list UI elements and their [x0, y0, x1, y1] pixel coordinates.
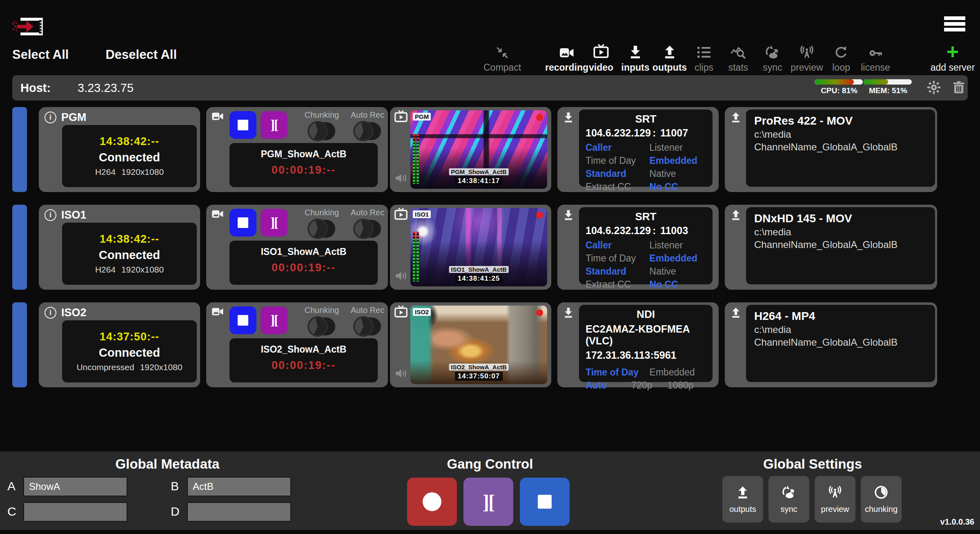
channel-row-iso2: i ISO2 14:37:50:-- Connected Uncompresse… [12, 302, 968, 387]
input-config[interactable]: SRT 104.6.232.129:11007 Caller Listener … [579, 109, 713, 187]
host-bar: Host: 3.23.23.75 CPU: 81% MEM: 51% [12, 75, 968, 101]
autorec-label: Auto Rec [351, 306, 384, 315]
stop-button[interactable] [229, 111, 256, 139]
toolbar-license-button[interactable]: license [858, 40, 893, 73]
input-ip: 104.6.232.129 [586, 225, 648, 237]
input-option: Caller [586, 240, 649, 251]
toolbar-loop-button[interactable]: loop [824, 40, 858, 73]
cloud-sync-icon [781, 485, 797, 501]
cpu-label: CPU: 81% [815, 86, 864, 95]
input-option: Standard [586, 168, 649, 179]
pause-button[interactable]: ][ [261, 306, 287, 334]
input-ip: 104.6.232.129 [586, 127, 648, 139]
autorec-toggle[interactable] [354, 317, 381, 335]
input-type: SRT [586, 210, 706, 223]
status-codec: H264 [95, 167, 116, 177]
input-option: Time of Day [586, 367, 649, 378]
input-panel: SRT 104.6.232.129:11007 Caller Listener … [557, 107, 719, 192]
output-config[interactable]: DNxHD 145 - MOV c:\media ChannelName_Glo… [746, 207, 935, 284]
chunking-toggle[interactable] [308, 317, 335, 335]
status-codec: H264 [95, 265, 116, 275]
pause-button[interactable]: ][ [261, 209, 287, 237]
record-filename: ISO1_ShowA_ActB [261, 246, 347, 257]
settings-sync-button[interactable]: sync [768, 476, 809, 523]
toolbar-inputs-button[interactable]: inputs [618, 40, 653, 73]
channel-select-bar[interactable] [12, 302, 27, 387]
deselect-all-button[interactable]: Deselect All [105, 47, 177, 62]
settings-outputs-button[interactable]: outputs [722, 476, 763, 523]
status-resolution: 1920x1080 [121, 167, 164, 177]
preview-channel-label: PGM [413, 113, 431, 121]
toolbar-sync-button[interactable]: sync [755, 40, 790, 73]
input-panel: NDI EC2AMAZ-KBOFMEA (VLC) 172.31.36.113:… [557, 302, 719, 387]
input-option: Embedded [649, 155, 706, 166]
download-icon [562, 208, 575, 223]
toolbar-outputs-button[interactable]: outputs [653, 40, 687, 73]
info-icon[interactable]: i [45, 209, 56, 221]
video-preview[interactable]: ISO1 ISO1_ShowA_ActB 14:38:41:25 [410, 208, 547, 286]
output-config[interactable]: H264 - MP4 c:\media ChannelName_GlobalA_… [746, 305, 935, 382]
input-type: SRT [586, 113, 706, 125]
toolbar-recording-button[interactable]: recording [550, 40, 584, 73]
info-icon[interactable]: i [45, 112, 56, 123]
toolbar-video-button[interactable]: video [584, 40, 618, 73]
chunking-toggle[interactable] [308, 122, 335, 140]
input-config[interactable]: SRT 104.6.232.129:11003 Caller Listener … [579, 207, 713, 284]
gang-control-title: Gang Control [351, 456, 629, 472]
autorec-toggle[interactable] [354, 220, 381, 238]
gang-pause-button[interactable]: ][ [463, 478, 513, 526]
toolbar-compact-button[interactable]: Compact [485, 40, 519, 73]
channel-info-panel: i ISO2 14:37:50:-- Connected Uncompresse… [39, 302, 200, 387]
app-logo [12, 15, 50, 40]
channel-select-bar[interactable] [12, 107, 27, 192]
speaker-icon[interactable] [393, 172, 409, 186]
output-format: DNxHD 145 - MOV [754, 212, 927, 225]
record-filename: PGM_ShowA_ActB [261, 149, 347, 160]
server-settings-button[interactable] [926, 80, 942, 97]
toolbar-stats-button[interactable]: stats [721, 40, 755, 73]
knob-icon [353, 121, 374, 141]
speaker-icon[interactable] [393, 367, 409, 382]
pause-button[interactable]: ][ [261, 111, 287, 139]
record-filename: ISO2_ShowA_ActB [261, 344, 347, 355]
gang-record-button[interactable] [407, 478, 457, 526]
autorec-toggle[interactable] [354, 122, 381, 140]
upload-icon [730, 306, 742, 321]
settings-chunking-button[interactable]: chunking [861, 476, 902, 523]
menu-button[interactable] [944, 16, 965, 34]
metadata-field-b[interactable] [187, 477, 291, 496]
stop-button[interactable] [229, 209, 256, 237]
tv-play-icon [592, 40, 610, 60]
output-filename-pattern: ChannelName_GlobalA_GlobalB [754, 239, 927, 250]
toolbar-preview-button[interactable]: preview [790, 40, 824, 73]
output-filename-pattern: ChannelName_GlobalA_GlobalB [754, 337, 927, 348]
metadata-field-c[interactable] [23, 502, 127, 522]
stop-button[interactable] [229, 306, 256, 334]
metadata-field-a[interactable] [23, 477, 127, 496]
metadata-field-d[interactable] [187, 502, 291, 522]
info-icon[interactable]: i [45, 307, 56, 319]
add-server-button[interactable]: + add server [930, 40, 975, 73]
chunking-toggle[interactable] [308, 220, 335, 238]
input-config[interactable]: NDI EC2AMAZ-KBOFMEA (VLC) 172.31.36.113:… [579, 305, 713, 382]
select-all-button[interactable]: Select All [12, 47, 69, 62]
remove-server-button[interactable] [951, 80, 966, 97]
output-format: ProRes 422 - MOV [754, 114, 927, 127]
camera-icon [210, 110, 225, 124]
video-preview[interactable]: ISO2 ISO2_ShowA_ActB 14:37:50:07 [410, 306, 547, 384]
input-source: EC2AMAZ-KBOFMEA (VLC) [586, 323, 706, 347]
video-preview[interactable]: PGM PGM_ShowA_ActB 14:38:41:17 [410, 110, 547, 189]
channel-select-bar[interactable] [12, 205, 27, 290]
speaker-icon[interactable] [393, 269, 409, 284]
mem-meter: MEM: 51% [864, 79, 913, 95]
chunking-label: Chunking [305, 110, 339, 120]
settings-preview-button[interactable]: preview [815, 476, 855, 523]
app-root: Select All Deselect All Compact recordin… [0, 0, 980, 534]
output-config[interactable]: ProRes 422 - MOV c:\media ChannelName_Gl… [746, 109, 935, 187]
preview-timecode-overlay: 14:37:50:07 [455, 372, 503, 381]
gang-stop-button[interactable] [520, 478, 570, 526]
key-icon [867, 40, 884, 60]
toolbar-clips-button[interactable]: clips [687, 40, 721, 73]
upload-icon [730, 208, 742, 223]
download-icon [562, 110, 575, 126]
